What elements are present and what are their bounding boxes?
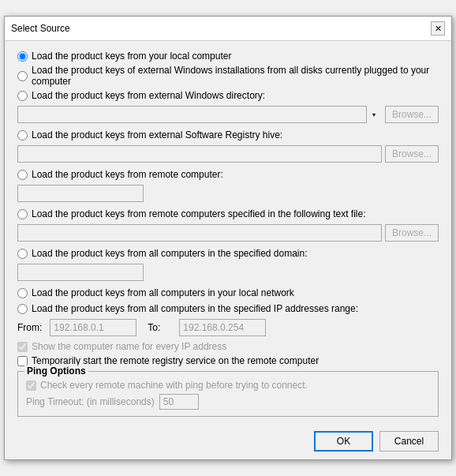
dialog-title: Select Source (11, 23, 70, 34)
checkbox-temp-registry-label[interactable]: Temporarily start the remote registry se… (32, 355, 319, 366)
radio-local[interactable] (17, 51, 28, 62)
radio-local-network[interactable] (17, 288, 28, 298)
ext-reg-hive-input-row: Browse... (17, 145, 439, 163)
browse-btn-2[interactable]: Browse... (385, 145, 439, 163)
radio-local-label[interactable]: Load the product keys from your local co… (32, 51, 231, 62)
radio-ext-reg-hive[interactable] (17, 130, 28, 141)
radio-remote-computer-label[interactable]: Load the product keys from remote comput… (32, 169, 223, 180)
radio-ip-range[interactable] (17, 304, 28, 314)
radio-ip-range-label[interactable]: Load the product keys from all computers… (32, 303, 358, 314)
select-source-dialog: Select Source ✕ Load the product keys fr… (4, 16, 452, 460)
radio-text-file[interactable] (17, 209, 28, 219)
radio-remote-computer[interactable] (17, 170, 28, 180)
radio-row-5: Load the product keys from remote comput… (17, 169, 439, 180)
radio-row-8: Load the product keys from all computers… (17, 287, 439, 298)
ping-timeout-label: Ping Timeout: (in milliseconds) (26, 396, 155, 407)
domain-input[interactable] (17, 264, 144, 281)
ext-win-dir-input[interactable] (17, 106, 382, 123)
checkbox-row-ping: Check every remote machine with ping bef… (26, 380, 430, 391)
remote-computer-input-row (17, 185, 439, 202)
radio-ext-reg-hive-label[interactable]: Load the product keys from external Soft… (32, 129, 282, 141)
checkbox-ping[interactable] (26, 380, 36, 391)
ext-win-dir-input-row: ▾ Browse... (17, 106, 439, 123)
text-file-input-row: Browse... (17, 224, 439, 242)
remote-computer-input[interactable] (17, 185, 144, 202)
ping-options-group: Ping Options Check every remote machine … (17, 371, 439, 417)
radio-row-9: Load the product keys from all computers… (17, 303, 439, 314)
to-label: To: (148, 322, 171, 333)
checkbox-temp-registry[interactable] (17, 356, 28, 366)
radio-row-4: Load the product keys from external Soft… (17, 129, 439, 141)
dialog-footer: OK Cancel (5, 425, 451, 459)
radio-row-3: Load the product keys from external Wind… (17, 90, 439, 101)
ping-timeout-row: Ping Timeout: (in milliseconds) (26, 394, 430, 410)
ok-button[interactable]: OK (314, 431, 373, 452)
radio-row-2: Load the product keys of external Window… (17, 65, 439, 87)
radio-row-6: Load the product keys from remote comput… (17, 208, 439, 219)
radio-external-windows-label[interactable]: Load the product keys of external Window… (32, 65, 439, 87)
text-file-input[interactable] (17, 224, 382, 242)
from-label: From: (17, 322, 42, 333)
ext-win-dir-dropdown-arrow[interactable]: ▾ (366, 106, 382, 123)
ext-reg-hive-input[interactable] (17, 145, 382, 163)
domain-input-row (17, 264, 439, 281)
radio-row-7: Load the product keys from all computers… (17, 248, 439, 259)
to-ip-input[interactable] (179, 319, 266, 336)
checkbox-row-temp-registry: Temporarily start the remote registry se… (17, 355, 439, 366)
checkbox-show-name-label[interactable]: Show the computer name for every IP addr… (32, 341, 226, 352)
radio-ext-win-dir[interactable] (17, 91, 28, 101)
ip-range-row: From: To: (17, 319, 439, 336)
radio-ext-win-dir-label[interactable]: Load the product keys from external Wind… (32, 90, 265, 101)
radio-text-file-label[interactable]: Load the product keys from remote comput… (32, 208, 366, 219)
dialog-content: Load the product keys from your local co… (5, 41, 451, 425)
browse-btn-3[interactable]: Browse... (385, 224, 439, 242)
close-button[interactable]: ✕ (431, 21, 445, 36)
from-ip-input[interactable] (50, 319, 136, 336)
radio-local-network-label[interactable]: Load the product keys from all computers… (32, 287, 294, 298)
radio-domain[interactable] (17, 249, 28, 259)
browse-btn-1[interactable]: Browse... (385, 106, 439, 123)
checkbox-ping-label[interactable]: Check every remote machine with ping bef… (40, 380, 308, 391)
ping-timeout-input[interactable] (159, 394, 199, 410)
radio-external-windows[interactable] (17, 71, 28, 81)
radio-domain-label[interactable]: Load the product keys from all computers… (32, 248, 308, 259)
title-bar: Select Source ✕ (5, 17, 451, 41)
cancel-button[interactable]: Cancel (379, 431, 439, 452)
ping-options-title: Ping Options (24, 365, 88, 377)
ext-win-dir-combo-wrapper: ▾ (17, 106, 382, 123)
checkbox-show-name[interactable] (17, 342, 28, 352)
checkbox-row-show-name: Show the computer name for every IP addr… (17, 341, 439, 352)
ping-options-content: Check every remote machine with ping bef… (26, 380, 430, 410)
radio-row-1: Load the product keys from your local co… (17, 51, 439, 62)
